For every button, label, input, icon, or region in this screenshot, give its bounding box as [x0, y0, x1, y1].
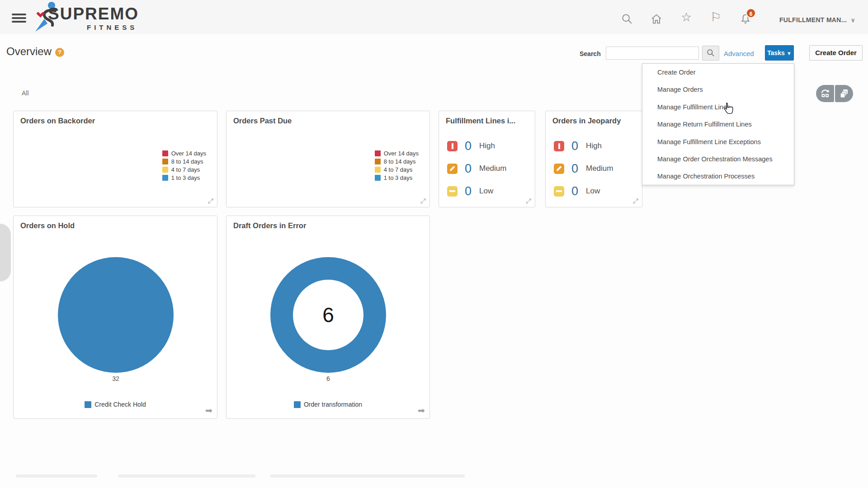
pie-data-label: 6 [315, 375, 342, 382]
magnifier-icon [706, 48, 715, 57]
flag-icon[interactable]: ⚐ [709, 11, 722, 24]
legend-label: Order transformation [304, 401, 362, 408]
legend-swatch-orange [162, 159, 168, 164]
priority-count: 0 [571, 162, 580, 176]
priority-count: 0 [465, 184, 473, 198]
legend-label: Over 14 days [384, 150, 419, 157]
priority-label: Low [586, 187, 600, 196]
menu-item-manage-orders[interactable]: Manage Orders [642, 81, 794, 98]
priority-high-icon [554, 141, 564, 151]
view-toggle-group [816, 85, 853, 102]
home-icon[interactable] [650, 13, 663, 26]
legend-label: 8 to 14 days [171, 158, 203, 165]
filter-tab-all[interactable]: All [22, 89, 29, 97]
restore-layout-button[interactable] [816, 85, 834, 102]
expand-card-icon[interactable]: ⤢ [526, 197, 531, 205]
legend-label: 4 to 7 days [384, 166, 413, 173]
card-title: Orders on Backorder [20, 117, 95, 125]
drill-arrow-icon[interactable]: ➡ [205, 405, 212, 416]
priority-count: 0 [465, 139, 473, 153]
restore-layout-icon [819, 88, 831, 99]
legend-swatch-blue [85, 401, 91, 408]
legend-swatch-blue [294, 401, 301, 408]
top-bar: SUPREMO FITNESS ☆ ⚐ 6 FULFILLMENT MAN...… [0, 0, 868, 34]
menu-item-manage-orchestration-processes[interactable]: Manage Orchestration Processes [642, 168, 794, 185]
search-go-button[interactable] [702, 46, 719, 61]
card-title: Orders on Hold [20, 221, 75, 230]
notifications-bell-icon[interactable]: 6 [739, 13, 752, 26]
legend-label: 4 to 7 days [171, 166, 200, 173]
menu-item-manage-order-orchestration-messages[interactable]: Manage Order Orchestration Messages [642, 150, 794, 168]
card-title: Orders in Jeopardy [552, 117, 621, 125]
create-order-button[interactable]: Create Order [809, 45, 863, 61]
help-icon[interactable]: ? [55, 48, 64, 57]
legend-swatch-red [162, 150, 168, 156]
brand-subname: FITNESS [87, 23, 137, 31]
legend-swatch-red [375, 150, 381, 156]
priority-low-icon [447, 186, 458, 197]
aging-legend: Over 14 days 8 to 14 days 4 to 7 days 1 … [162, 149, 206, 182]
menu-item-manage-return-fulfillment-lines[interactable]: Manage Return Fulfillment Lines [642, 116, 794, 133]
donut-center-value: 6 [293, 280, 363, 350]
legend-label: 1 to 3 days [171, 174, 200, 181]
menu-item-manage-fulfillment-lines[interactable]: Manage Fulfillment Lines [642, 99, 794, 116]
priority-count: 0 [465, 162, 473, 176]
priority-count: 0 [571, 139, 580, 153]
pie-legend: Credit Check Hold [14, 400, 217, 408]
hamburger-menu-icon[interactable] [12, 14, 26, 23]
expand-card-icon[interactable]: ⤢ [633, 197, 638, 205]
priority-label: Medium [586, 164, 613, 173]
aging-legend: Over 14 days 8 to 14 days 4 to 7 days 1 … [375, 149, 419, 182]
page-title: Overview [6, 45, 52, 58]
search-input[interactable] [606, 47, 699, 60]
tasks-button-label: Tasks [767, 49, 785, 56]
menu-item-manage-fulfillment-line-exceptions[interactable]: Manage Fulfillment Line Exceptions [642, 133, 794, 150]
card-orders-on-hold: Orders on Hold 32 Credit Check Hold ➡ [13, 216, 217, 419]
priority-label: High [479, 141, 495, 150]
legend-label: Over 14 days [171, 150, 206, 157]
priority-count: 0 [571, 184, 580, 198]
search-label: Search [580, 50, 601, 57]
card-orders-in-jeopardy: Orders in Jeopardy 0 High 0 Medium 0 Low… [545, 111, 642, 207]
priority-label: Medium [479, 164, 506, 173]
card-title: Draft Orders in Error [233, 221, 306, 230]
bottom-placeholder-bar [270, 474, 465, 478]
expand-card-icon[interactable]: ⤢ [208, 197, 213, 205]
priority-label: High [586, 141, 602, 150]
pie-legend: Order transformation [226, 400, 429, 408]
drill-arrow-icon[interactable]: ➡ [418, 405, 425, 416]
bottom-placeholder-bar [16, 474, 97, 478]
legend-swatch-blue [162, 175, 168, 181]
chevron-down-icon: ∨ [851, 17, 855, 23]
user-role-menu[interactable]: FULFILLMENT MAN... ∨ [779, 16, 847, 23]
card-title: Fulfillment Lines i... [446, 117, 515, 125]
side-panel-handle[interactable] [0, 224, 11, 282]
stacked-pages-button[interactable] [835, 85, 853, 102]
legend-swatch-blue [375, 175, 381, 181]
tasks-button[interactable]: Tasks▼ [765, 45, 794, 61]
menu-item-create-order[interactable]: Create Order [642, 64, 794, 81]
legend-swatch-yellow [375, 167, 381, 173]
notification-badge: 6 [746, 8, 756, 18]
search-icon[interactable] [620, 13, 634, 26]
priority-label: Low [479, 187, 493, 196]
legend-label: Credit Check Hold [94, 401, 146, 408]
pie-data-label: 32 [102, 375, 129, 382]
priority-medium-icon [447, 164, 458, 174]
expand-card-icon[interactable]: ⤢ [420, 197, 426, 205]
priority-high-icon [447, 141, 458, 151]
brand-logo: SUPREMO FITNESS [32, 1, 63, 33]
donut-chart-draft-orders-in-error: 6 [270, 257, 386, 373]
advanced-search-link[interactable]: Advanced [724, 50, 754, 57]
priority-medium-icon [554, 164, 564, 174]
legend-swatch-yellow [162, 167, 168, 173]
brand-name: SUPREMO [48, 5, 139, 23]
tasks-dropdown-menu: Create Order Manage Orders Manage Fulfil… [642, 63, 794, 185]
favorites-star-icon[interactable]: ☆ [679, 11, 693, 24]
legend-label: 1 to 3 days [384, 174, 413, 181]
stacked-pages-icon [838, 88, 850, 99]
pie-chart-orders-on-hold [58, 257, 174, 373]
user-role-label: FULFILLMENT MAN... [779, 16, 847, 23]
card-draft-orders-in-error: Draft Orders in Error 6 6 Order transfor… [226, 216, 430, 419]
bottom-placeholder-bar [118, 474, 255, 478]
